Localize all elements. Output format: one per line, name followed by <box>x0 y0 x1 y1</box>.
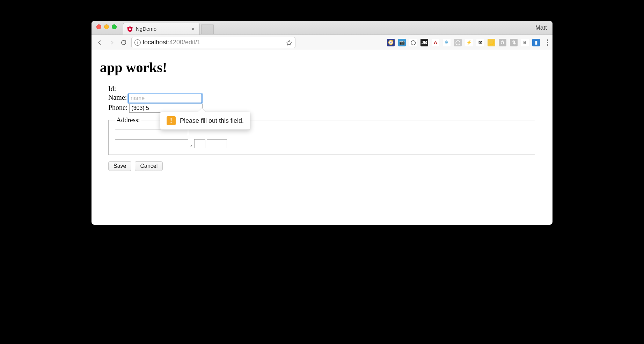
svg-marker-2 <box>287 40 292 45</box>
address-state-input[interactable] <box>194 139 205 148</box>
back-button[interactable] <box>96 38 104 47</box>
validation-tooltip: ! Please fill out this field. <box>160 112 250 130</box>
phone-label: Phone: <box>108 104 128 111</box>
extension-mail-icon[interactable]: ✉ <box>476 39 484 46</box>
reload-button[interactable] <box>119 38 128 47</box>
save-button[interactable]: Save <box>108 161 131 171</box>
extension-circle-icon[interactable]: ◯ <box>454 39 462 46</box>
id-label: Id: <box>108 85 116 92</box>
name-label: Name: <box>108 94 127 101</box>
page-content: app works! Id: Name: Phone: Address: <box>92 50 552 225</box>
window-traffic-lights <box>96 24 117 29</box>
new-tab-button[interactable] <box>201 24 214 34</box>
extension-bold-icon[interactable]: B <box>521 39 529 46</box>
maximize-window-button[interactable] <box>112 24 117 29</box>
title-bar: NgDemo × Matt <box>92 21 552 35</box>
address-city-input[interactable] <box>115 139 188 148</box>
warning-icon: ! <box>167 116 176 125</box>
extension-hbar-icon[interactable]: ℏ <box>499 39 506 46</box>
address-street-input[interactable] <box>115 129 188 138</box>
browser-window: NgDemo × Matt i localhost:4200/edit/1 🧭📷… <box>92 21 552 225</box>
forward-button[interactable] <box>108 38 116 47</box>
form-buttons: Save Cancel <box>108 161 544 171</box>
site-info-icon[interactable]: i <box>134 39 141 46</box>
name-input[interactable] <box>129 94 202 103</box>
extensions-row: 🧭📷◯JBA⚛◯⚡✉🌙ℏ⇅B▮ <box>302 39 541 46</box>
page-heading: app works! <box>100 59 544 76</box>
tab-title: NgDemo <box>136 26 156 32</box>
extension-fonts-icon[interactable]: A <box>432 39 439 46</box>
extension-adblock-icon[interactable]: ◯ <box>409 39 417 46</box>
extension-screenshot-icon[interactable]: 📷 <box>398 39 406 46</box>
url-host: localhost <box>143 39 168 46</box>
validation-message: Please fill out this field. <box>180 117 244 125</box>
browser-menu-icon[interactable] <box>547 39 548 46</box>
extension-exchange-icon[interactable]: ⇅ <box>510 39 518 46</box>
extension-devtools-icon[interactable]: 🧭 <box>387 39 395 46</box>
browser-toolbar: i localhost:4200/edit/1 🧭📷◯JBA⚛◯⚡✉🌙ℏ⇅B▮ <box>92 35 552 50</box>
extension-moon-icon[interactable]: 🌙 <box>488 39 495 46</box>
profile-name[interactable]: Matt <box>535 24 547 31</box>
angular-favicon-icon <box>127 26 133 32</box>
extension-jetbrains-icon[interactable]: JB <box>420 39 428 46</box>
close-window-button[interactable] <box>96 24 101 29</box>
address-bar[interactable]: i localhost:4200/edit/1 <box>131 37 295 48</box>
bookmark-star-icon[interactable] <box>286 39 292 46</box>
close-tab-icon[interactable]: × <box>190 26 196 32</box>
extension-react-icon[interactable]: ⚛ <box>443 39 451 46</box>
minimize-window-button[interactable] <box>104 24 109 29</box>
extension-lighthouse-icon[interactable]: ▮ <box>532 39 540 46</box>
url-path: :4200/edit/1 <box>168 39 200 46</box>
extension-bolt-icon[interactable]: ⚡ <box>465 39 473 46</box>
cancel-button[interactable]: Cancel <box>135 161 163 171</box>
address-zip-input[interactable] <box>207 139 227 148</box>
address-comma: , <box>190 140 193 148</box>
address-legend: Address: <box>115 116 141 124</box>
browser-tab[interactable]: NgDemo × <box>123 23 200 35</box>
